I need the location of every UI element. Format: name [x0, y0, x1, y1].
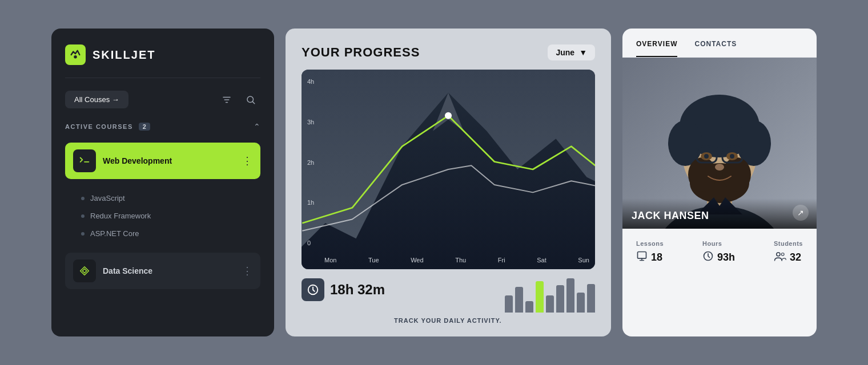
track-label: TRACK YOUR DAILY ACTIVITY.: [394, 314, 502, 324]
svg-marker-6: [81, 267, 89, 275]
course-item-data-science[interactable]: Data Science ⋮: [65, 253, 260, 289]
progress-panel: YOUR PROGRESS June ▼: [286, 29, 611, 336]
x-label-tue: Tue: [368, 257, 379, 263]
tab-overview[interactable]: OVERVIEW: [636, 40, 677, 57]
sub-label-js: JavaScript: [90, 194, 125, 202]
active-courses-badge: 2: [139, 123, 150, 131]
svg-line-5: [252, 102, 254, 103]
active-courses-section: ACTIVE COURSES 2 ⌃: [65, 122, 260, 131]
lessons-value: 18: [651, 252, 662, 263]
course-item-web-dev[interactable]: Web Development ⋮: [65, 143, 260, 179]
course-icon-data-science: [73, 259, 96, 282]
y-label-0: 0: [307, 240, 314, 246]
right-tabs: OVERVIEW CONTACTS: [622, 29, 817, 58]
logo-icon: [65, 44, 86, 65]
mini-bar: [546, 295, 554, 313]
stat-hours: Hours 93h: [702, 240, 735, 265]
mini-bars-chart: [394, 278, 595, 313]
course-name-web-dev: Web Development: [103, 156, 235, 165]
students-icon: [774, 250, 786, 265]
x-label-fri: Fri: [498, 257, 505, 263]
time-display: 18h 32m: [302, 278, 385, 301]
sub-label-asp: ASP.NET Core: [90, 229, 139, 238]
sub-dot: [81, 197, 85, 200]
mini-bar: [587, 284, 595, 313]
logo-row: SKILLJET: [65, 44, 260, 65]
bottom-section: 18h 32m TRACK YOUR DAILY ACTIVITY.: [302, 278, 595, 325]
divider: [65, 78, 260, 78]
x-label-sun: Sun: [578, 257, 589, 263]
sidebar: SKILLJET All Couses →: [51, 29, 274, 336]
mini-bar: [556, 285, 564, 313]
mini-bar: [505, 295, 513, 313]
sub-dot: [81, 214, 85, 218]
mini-bar: [566, 278, 574, 313]
instructor-name-overlay: JACK HANSEN: [622, 198, 817, 229]
lessons-icon: [636, 250, 648, 265]
sub-dot: [81, 232, 85, 236]
progress-header: YOUR PROGRESS June ▼: [302, 44, 595, 60]
time-value: 18h 32m: [330, 282, 385, 298]
y-label-4h: 4h: [307, 78, 314, 85]
instructor-name: JACK HANSEN: [632, 210, 709, 221]
course-more-data-science[interactable]: ⋮: [242, 265, 252, 277]
svg-rect-30: [638, 252, 646, 259]
instructor-arrow[interactable]: ↗: [793, 205, 809, 221]
svg-marker-7: [82, 269, 86, 273]
mini-bar: [515, 287, 523, 313]
course-icon-web-dev: [73, 149, 96, 172]
sub-items-web-dev: JavaScript Redux Framework ASP.NET Core: [65, 190, 260, 241]
search-button[interactable]: [241, 92, 260, 107]
x-label-mon: Mon: [324, 257, 336, 263]
svg-point-0: [74, 55, 77, 59]
course-more-web-dev[interactable]: ⋮: [242, 155, 252, 167]
list-item[interactable]: Redux Framework: [75, 208, 260, 224]
hours-value: 93h: [717, 252, 735, 263]
mini-bar: [536, 281, 544, 313]
sub-label-redux: Redux Framework: [90, 212, 151, 220]
tab-contacts[interactable]: CONTACTS: [694, 40, 737, 57]
instructor-panel: OVERVIEW CONTACTS: [622, 29, 817, 336]
svg-point-34: [777, 253, 780, 256]
all-courses-button[interactable]: All Couses →: [65, 91, 128, 108]
stat-students: Students 32: [774, 240, 803, 265]
x-label-wed: Wed: [411, 257, 423, 263]
hours-icon: [702, 250, 714, 265]
svg-point-29: [715, 164, 724, 171]
svg-point-10: [445, 112, 452, 119]
y-label-1h: 1h: [307, 199, 314, 206]
chart-x-axis: Mon Tue Wed Thu Fri Sat Sun: [324, 257, 589, 263]
mini-bar: [525, 301, 533, 313]
y-label-3h: 3h: [307, 119, 314, 125]
x-label-thu: Thu: [455, 257, 466, 263]
instructor-photo-wrapper: JACK HANSEN ↗: [622, 58, 817, 229]
lessons-label: Lessons: [636, 240, 664, 247]
y-label-2h: 2h: [307, 159, 314, 166]
list-item[interactable]: ASP.NET Core: [75, 226, 260, 241]
mini-bar: [577, 293, 585, 313]
app-name: SKILLJET: [93, 48, 155, 62]
svg-point-28: [730, 154, 734, 159]
list-item[interactable]: JavaScript: [75, 190, 260, 206]
students-label: Students: [774, 240, 803, 247]
course-name-data-science: Data Science: [103, 266, 235, 275]
progress-chart: 4h 3h 2h 1h 0 Mon Tue Wed Thu Fri Sat Su…: [302, 70, 595, 269]
toolbar-row: All Couses →: [65, 91, 260, 108]
stats-row: Lessons 18 Hours: [622, 229, 817, 276]
chart-y-axis: 4h 3h 2h 1h 0: [307, 78, 314, 246]
svg-point-35: [781, 253, 784, 256]
icon-group: [217, 92, 260, 107]
x-label-sat: Sat: [537, 257, 546, 263]
section-title-row: ACTIVE COURSES 2: [65, 123, 150, 131]
clock-icon: [302, 278, 324, 301]
hours-label: Hours: [702, 240, 722, 247]
students-value: 32: [790, 252, 801, 263]
filter-button[interactable]: [217, 92, 236, 107]
chevron-up-icon[interactable]: ⌃: [254, 122, 260, 131]
progress-title: YOUR PROGRESS: [302, 45, 420, 60]
month-selector[interactable]: June ▼: [548, 44, 595, 60]
svg-point-27: [704, 154, 709, 159]
stat-lessons: Lessons 18: [636, 240, 664, 265]
active-courses-label: ACTIVE COURSES: [65, 123, 133, 130]
